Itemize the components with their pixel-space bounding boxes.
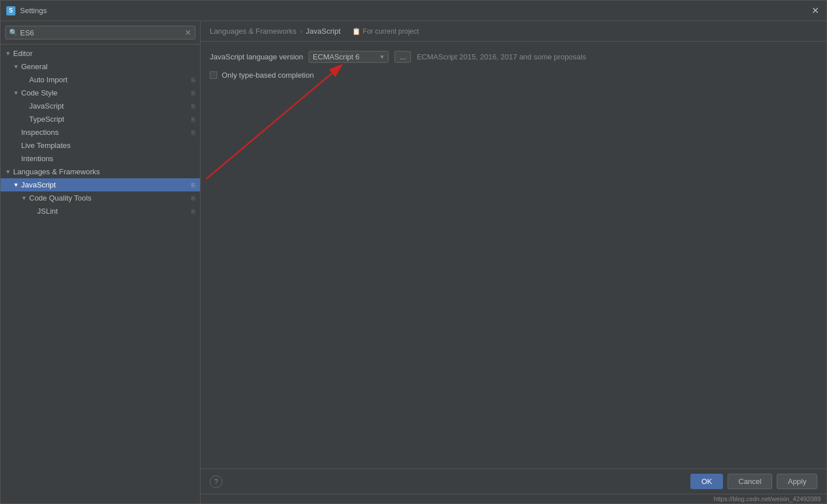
sidebar-item-jslint[interactable]: JSLint ⎘ — [1, 205, 200, 218]
sidebar-item-label: General — [21, 62, 195, 71]
checkbox-row: Only type-based completion — [210, 71, 817, 79]
sidebar-item-label: Languages & Frameworks — [13, 167, 195, 176]
ok-button[interactable]: OK — [690, 474, 723, 489]
type-based-completion-checkbox[interactable] — [210, 71, 217, 79]
copy-icon: ⎘ — [191, 90, 195, 97]
sidebar-item-typescript[interactable]: TypeScript ⎘ — [1, 113, 200, 126]
sidebar-item-javascript-style[interactable]: JavaScript ⎘ — [1, 99, 200, 113]
sidebar-item-label: Live Templates — [21, 141, 195, 150]
breadcrumb: Languages & Frameworks › JavaScript — [210, 27, 341, 35]
breadcrumb-current: JavaScript — [306, 27, 341, 35]
arrow-icon: ▼ — [13, 63, 21, 70]
sidebar-item-label: Inspections — [21, 128, 189, 137]
project-badge-label: For current project — [363, 27, 419, 35]
copy-icon: ⎘ — [191, 129, 195, 136]
bottom-left: ? — [210, 475, 686, 488]
settings-window: S Settings ✕ 🔍 ✕ ▼ Editor — [0, 0, 827, 504]
panel-header: Languages & Frameworks › JavaScript 📋 Fo… — [201, 21, 826, 42]
sidebar: 🔍 ✕ ▼ Editor ▼ General — [1, 21, 201, 503]
language-version-row: JavaScript language version ECMAScript 6… — [210, 51, 817, 63]
status-url: https://blog.csdn.net/weixin_42492089 — [714, 495, 821, 502]
search-icon: 🔍 — [9, 29, 18, 37]
sidebar-item-label: JavaScript — [21, 181, 189, 189]
breadcrumb-separator: › — [300, 27, 302, 35]
copy-icon: ⎘ — [191, 77, 195, 83]
bottom-bar: ? OK Cancel Apply — [201, 469, 826, 494]
help-button[interactable]: ? — [210, 475, 222, 488]
breadcrumb-parent: Languages & Frameworks — [210, 27, 297, 35]
dropdown-arrow-icon: ▼ — [379, 54, 385, 60]
arrow-icon: ▼ — [5, 169, 13, 175]
sidebar-item-languages-frameworks[interactable]: ▼ Languages & Frameworks — [1, 165, 200, 178]
annotation-arrow — [201, 42, 572, 190]
checkbox-label: Only type-based completion — [222, 71, 314, 79]
right-panel: Languages & Frameworks › JavaScript 📋 Fo… — [201, 21, 826, 503]
version-description: ECMAScript 2015, 2016, 2017 and some pro… — [417, 53, 586, 61]
language-version-select[interactable]: ECMAScript 6 ▼ — [309, 51, 389, 63]
cancel-button[interactable]: Cancel — [728, 474, 772, 489]
sidebar-item-label: JSLint — [37, 207, 189, 215]
tree-container: ▼ Editor ▼ General Auto Import ⎘ ▼ — [1, 45, 200, 503]
copy-icon: ⎘ — [191, 208, 195, 215]
arrow-icon: ▼ — [13, 182, 21, 188]
arrow-icon: ▼ — [13, 90, 21, 96]
copy-icon: ⎘ — [191, 116, 195, 123]
arrow-icon: ▼ — [21, 195, 29, 201]
close-button[interactable]: ✕ — [809, 5, 821, 17]
project-badge: 📋 For current project — [352, 27, 419, 35]
search-input[interactable] — [20, 29, 185, 37]
main-content: 🔍 ✕ ▼ Editor ▼ General — [1, 21, 826, 503]
window-title: Settings — [20, 6, 809, 15]
sidebar-item-label: JavaScript — [29, 102, 189, 110]
copy-icon: ⎘ — [191, 103, 195, 110]
app-icon: S — [6, 6, 15, 15]
sidebar-item-live-templates[interactable]: Live Templates — [1, 139, 200, 152]
arrow-icon: ▼ — [5, 50, 13, 57]
select-value: ECMAScript 6 — [313, 53, 377, 61]
ellipsis-button[interactable]: ... — [394, 51, 411, 63]
sidebar-item-label: Editor — [13, 49, 195, 58]
panel-body: JavaScript language version ECMAScript 6… — [201, 42, 826, 469]
search-clear-icon[interactable]: ✕ — [185, 28, 191, 37]
sidebar-item-auto-import[interactable]: Auto Import ⎘ — [1, 73, 200, 86]
svg-line-1 — [206, 73, 332, 179]
copy-icon: ⎘ — [191, 182, 195, 189]
search-input-wrapper[interactable]: 🔍 ✕ — [5, 26, 195, 39]
status-bar: https://blog.csdn.net/weixin_42492089 — [201, 494, 826, 503]
sidebar-item-label: Auto Import — [29, 75, 189, 84]
sidebar-item-inspections[interactable]: Inspections ⎘ — [1, 126, 200, 139]
sidebar-item-label: Code Style — [21, 89, 189, 97]
project-icon: 📋 — [352, 27, 361, 35]
sidebar-item-code-style[interactable]: ▼ Code Style ⎘ — [1, 86, 200, 99]
sidebar-item-editor[interactable]: ▼ Editor — [1, 47, 200, 60]
sidebar-item-label: Intentions — [21, 154, 195, 163]
title-bar: S Settings ✕ — [1, 1, 826, 21]
sidebar-item-intentions[interactable]: Intentions — [1, 152, 200, 165]
sidebar-item-javascript[interactable]: ▼ JavaScript ⎘ — [1, 178, 200, 191]
apply-button[interactable]: Apply — [777, 474, 817, 489]
sidebar-item-code-quality-tools[interactable]: ▼ Code Quality Tools ⎘ — [1, 191, 200, 205]
language-version-label: JavaScript language version — [210, 53, 303, 61]
copy-icon: ⎘ — [191, 195, 195, 202]
sidebar-item-general[interactable]: ▼ General — [1, 60, 200, 73]
sidebar-item-label: TypeScript — [29, 115, 189, 123]
search-bar: 🔍 ✕ — [1, 21, 200, 45]
sidebar-item-label: Code Quality Tools — [29, 194, 189, 202]
